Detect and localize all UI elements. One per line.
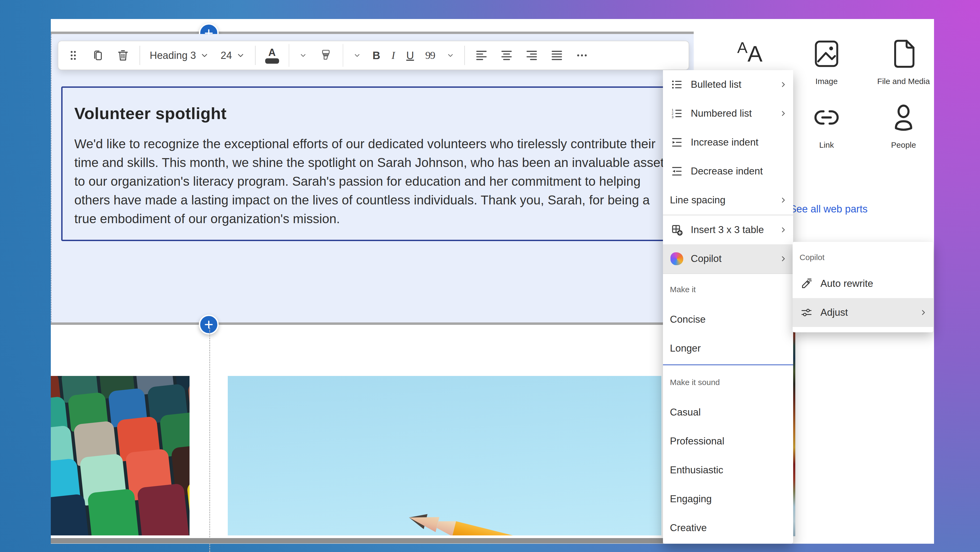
menu-item-line-spacing[interactable]: Line spacing: [663, 186, 793, 215]
chevron-down-icon: [353, 51, 361, 60]
file-media-webpart-icon: [888, 38, 920, 70]
align-center-button[interactable]: [498, 47, 515, 64]
text-webpart-icon: AA: [737, 38, 763, 70]
submenu-item-label: Auto rewrite: [821, 278, 873, 289]
submenu-item-auto-rewrite[interactable]: Auto rewrite: [792, 269, 933, 298]
quote-button[interactable]: 99: [424, 48, 436, 62]
chevron-right-icon: [779, 196, 788, 205]
italic-label: I: [391, 50, 395, 61]
chevron-right-icon: [779, 109, 788, 118]
toolbar-separator: [140, 46, 140, 65]
highlight-dropdown[interactable]: [351, 49, 363, 61]
webpart-tile-people[interactable]: People: [872, 101, 935, 150]
menu-item-casual[interactable]: Casual: [663, 398, 793, 427]
add-section-button-bottom[interactable]: [199, 315, 219, 335]
align-right-icon: [525, 48, 539, 62]
delete-button[interactable]: [115, 47, 132, 64]
underline-button[interactable]: U: [405, 48, 416, 62]
menu-item-label: Longer: [670, 343, 701, 354]
text-style-dropdown[interactable]: Heading 3: [148, 48, 211, 63]
svg-text:3: 3: [671, 115, 673, 119]
see-all-webparts-link[interactable]: See all web parts: [788, 203, 869, 215]
section-bottom-rule: [51, 322, 694, 325]
bold-label: B: [373, 50, 380, 61]
menu-item-label: Increase indent: [691, 137, 758, 148]
webpart-tile-link[interactable]: Link: [794, 101, 859, 150]
webpart-tile-file-media[interactable]: File and Media: [872, 38, 935, 86]
chevron-down-icon: [299, 51, 307, 60]
copilot-submenu: Copilot Auto rewrite Adjust: [792, 242, 933, 332]
font-color-dropdown[interactable]: [297, 49, 309, 61]
bold-button[interactable]: B: [371, 48, 382, 62]
menu-item-insert-table[interactable]: Insert 3 x 3 table: [663, 215, 793, 244]
font-color-button[interactable]: A: [264, 46, 281, 65]
justify-icon: [550, 48, 564, 62]
hidden-image-sliver: [793, 325, 795, 536]
menu-item-label: Bulleted list: [691, 79, 741, 90]
menu-item-label: Line spacing: [670, 195, 725, 206]
menu-header-make-it-sound: Make it sound: [663, 367, 793, 398]
section-heading: Volunteer spotlight: [74, 104, 689, 123]
chairs-image[interactable]: [51, 376, 189, 535]
menu-item-label: Insert 3 x 3 table: [691, 224, 764, 236]
desktop-background: Volunteer spotlight We'd like to recogni…: [0, 0, 980, 552]
menu-item-professional[interactable]: Professional: [663, 427, 793, 456]
toolbar-separator: [289, 44, 289, 67]
font-color-icon: A: [265, 47, 279, 64]
quote-label: 99: [425, 50, 435, 61]
people-webpart-icon: [888, 101, 920, 134]
chevron-right-icon: [779, 254, 788, 263]
menu-item-numbered-list[interactable]: 123 Numbered list: [663, 99, 793, 128]
font-size-value: 24: [221, 50, 232, 61]
chevron-right-icon: [779, 225, 788, 235]
menu-item-increase-indent[interactable]: Increase indent: [663, 128, 793, 157]
horizontal-scrollbar[interactable]: [51, 538, 663, 544]
align-right-button[interactable]: [523, 47, 540, 64]
text-options-dropdown[interactable]: [445, 49, 456, 61]
image-webpart-icon: [811, 38, 843, 70]
drag-handle[interactable]: [65, 47, 81, 64]
menu-item-decrease-indent[interactable]: Decrease indent: [663, 157, 793, 186]
menu-divider-blue: [663, 364, 793, 365]
menu-item-engaging[interactable]: Engaging: [663, 485, 793, 514]
webpart-label: Image: [815, 77, 837, 86]
submenu-item-adjust[interactable]: Adjust: [792, 298, 933, 327]
menu-item-label: Professional: [670, 436, 724, 447]
duplicate-button[interactable]: [89, 47, 107, 64]
adjust-icon: [800, 306, 813, 319]
chevron-right-icon: [779, 80, 788, 89]
copilot-icon: [670, 252, 684, 266]
menu-item-label: Creative: [670, 522, 707, 534]
menu-item-bulleted-list[interactable]: Bulleted list: [663, 70, 793, 99]
more-options-button[interactable]: [573, 47, 590, 64]
justify-button[interactable]: [548, 47, 565, 64]
menu-item-label: Numbered list: [691, 108, 752, 119]
selected-section: Volunteer spotlight We'd like to recogni…: [51, 34, 694, 322]
menu-item-concise[interactable]: Concise: [663, 305, 793, 334]
insert-table-icon: [670, 223, 684, 237]
align-center-icon: [500, 48, 514, 62]
submenu-item-label: Adjust: [821, 307, 848, 318]
highlight-button[interactable]: [317, 46, 335, 64]
menu-item-enthusiastic[interactable]: Enthusiastic: [663, 456, 793, 485]
underline-label: U: [406, 50, 414, 61]
align-left-button[interactable]: [473, 47, 490, 64]
align-left-icon: [474, 48, 488, 62]
webpart-tile-image[interactable]: Image: [794, 38, 859, 86]
menu-item-creative[interactable]: Creative: [663, 514, 793, 542]
submenu-header-copilot: Copilot: [792, 246, 933, 269]
menu-item-longer[interactable]: Longer: [663, 334, 793, 363]
webpart-label: File and Media: [877, 77, 930, 86]
menu-item-label: Enthusiastic: [670, 464, 723, 476]
menu-item-copilot[interactable]: Copilot: [663, 244, 793, 273]
format-toolbar: Heading 3 24 A B: [58, 41, 689, 70]
chevron-down-icon: [446, 51, 455, 60]
toolbar-separator: [255, 46, 256, 65]
chevron-down-icon: [236, 51, 245, 60]
text-webpart-selected[interactable]: Volunteer spotlight We'd like to recogni…: [61, 86, 690, 241]
font-size-dropdown[interactable]: 24: [219, 48, 247, 63]
pencil-image[interactable]: [228, 376, 661, 535]
chevron-right-icon: [919, 308, 928, 317]
italic-button[interactable]: I: [390, 48, 396, 62]
menu-item-label: Casual: [670, 407, 701, 418]
